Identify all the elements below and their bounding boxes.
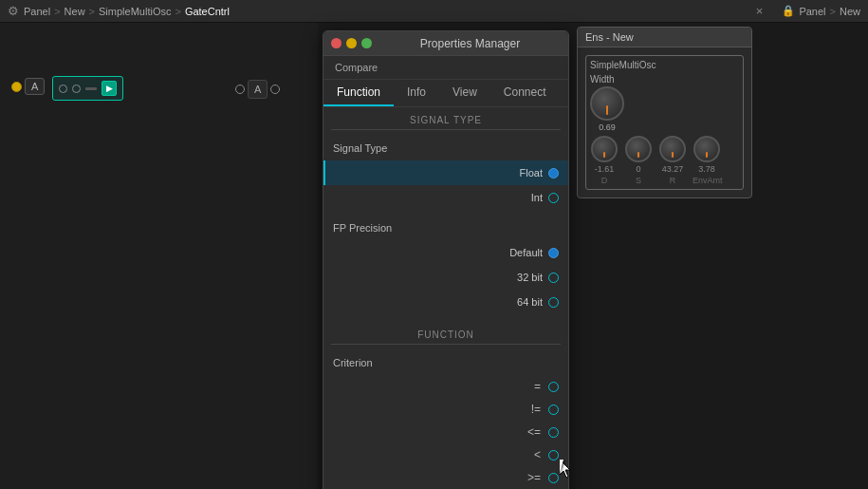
close-icon[interactable]: × <box>756 4 764 18</box>
criterion-lt-row[interactable]: < <box>323 443 568 466</box>
breadcrumb-new[interactable]: New <box>65 6 85 17</box>
gate-port-in2 <box>72 85 81 93</box>
envamt-knob-value: 3.78 <box>693 164 721 174</box>
signal-int-row[interactable]: Int <box>323 185 568 210</box>
criterion-gte-row[interactable]: >= <box>323 466 568 489</box>
width-knob-circle[interactable] <box>590 86 624 121</box>
canvas-area: A ▶ A <box>0 23 318 489</box>
gate-output-btn[interactable]: ▶ <box>102 81 117 96</box>
d-knob[interactable]: -1.61 D <box>590 136 619 185</box>
properties-manager-panel: Properties Manager Compare Function Info… <box>323 30 569 489</box>
r-knob[interactable]: 43.27 R <box>658 136 687 185</box>
node-b-port-right <box>270 85 280 94</box>
criterion-lt-radio[interactable] <box>548 450 559 461</box>
panel-icon: ⚙ <box>8 4 19 18</box>
fp-32bit-radio[interactable] <box>548 273 559 283</box>
criterion-lte-op: <= <box>342 425 541 439</box>
criterion-neq-row[interactable]: != <box>323 398 568 421</box>
s-knob-circle[interactable] <box>625 136 652 162</box>
compare-button[interactable]: Compare <box>331 60 381 75</box>
fp-64bit-label: 64 bit <box>517 296 543 308</box>
width-knob-value: 0.69 <box>599 122 616 132</box>
breadcrumb-simpleosc[interactable]: SimpleMultiOsc <box>99 6 171 17</box>
criterion-neq-radio[interactable] <box>548 404 559 415</box>
ens-titlebar: Ens - New <box>578 28 751 47</box>
criterion-gte-op: >= <box>342 471 541 484</box>
r-knob-indicator <box>672 152 674 158</box>
fp-32bit-label: 32 bit <box>517 272 543 283</box>
fp-32bit-row[interactable]: 32 bit <box>323 265 568 290</box>
tab-view[interactable]: View <box>439 80 490 106</box>
signal-int-radio[interactable] <box>548 193 559 203</box>
criterion-gte-radio[interactable] <box>548 473 559 483</box>
tab-function[interactable]: Function <box>323 80 394 106</box>
signal-type-divider <box>331 129 561 130</box>
node-a[interactable]: A <box>11 78 45 95</box>
s-knob-value: 0 <box>624 164 653 174</box>
fp-precision-row: FP Precision <box>323 216 568 240</box>
gate-slider-track <box>85 87 97 90</box>
node-b[interactable]: A <box>235 80 280 99</box>
gate-port-in <box>59 85 67 93</box>
d-knob-value: -1.61 <box>590 164 619 174</box>
node-b-label: A <box>254 84 261 95</box>
function-divider <box>331 344 561 345</box>
criterion-eq-row[interactable]: = <box>323 375 568 398</box>
node-a-port-left <box>11 82 22 92</box>
close-traffic-light[interactable] <box>331 38 342 48</box>
bottom-knobs-row: -1.61 D 0 S 43.27 R <box>590 136 739 185</box>
fp-default-radio[interactable] <box>548 248 559 258</box>
second-panel-label: Panel <box>799 6 825 17</box>
r-knob-circle[interactable] <box>659 136 686 162</box>
signal-float-row[interactable]: Float <box>323 160 568 185</box>
signal-float-radio[interactable] <box>548 168 559 179</box>
function-header: FUNCTION <box>323 322 568 344</box>
node-a-box[interactable]: A <box>25 78 45 95</box>
gate-node[interactable]: ▶ <box>52 76 123 101</box>
criterion-label: Criterion <box>333 357 559 368</box>
envamt-knob-circle[interactable] <box>693 136 720 162</box>
sep1: > <box>54 6 60 17</box>
fp-default-label: Default <box>509 247 543 258</box>
r-knob-value: 43.27 <box>658 164 687 174</box>
tab-connect[interactable]: Connect <box>490 80 560 106</box>
ens-content: SimpleMultiOsc Width 0.69 <box>578 47 751 197</box>
d-knob-indicator <box>603 152 605 158</box>
envamt-knob[interactable]: 3.78 EnvAmt <box>693 136 721 185</box>
signal-type-header: SIGNAL TYPE <box>323 107 568 129</box>
props-tabs: Function Info View Connect <box>323 80 568 107</box>
breadcrumb-gatecntrl[interactable]: GateCntrl <box>185 6 230 17</box>
node-b-box[interactable]: A <box>248 80 268 99</box>
gate-box[interactable]: ▶ <box>52 76 123 101</box>
top-bar: ⚙ Panel > New > SimpleMultiOsc > GateCnt… <box>0 0 868 23</box>
signal-int-label: Int <box>531 192 543 203</box>
node-b-port-left <box>235 85 245 94</box>
s-knob-indicator <box>637 152 639 158</box>
fp-64bit-row[interactable]: 64 bit <box>323 290 568 314</box>
minimize-traffic-light[interactable] <box>346 38 357 48</box>
fp-default-row[interactable]: Default <box>323 240 568 265</box>
envamt-knob-label: EnvAmt <box>693 176 721 185</box>
width-knob[interactable]: 0.69 <box>590 86 624 132</box>
props-title: Properties Manager <box>379 37 561 50</box>
sep3: > <box>175 6 180 17</box>
ens-panel: Ens - New SimpleMultiOsc Width 0.69 <box>577 27 752 198</box>
node-a-label: A <box>31 81 38 92</box>
d-knob-label: D <box>590 176 619 185</box>
tab-info[interactable]: Info <box>394 80 439 106</box>
breadcrumb-panel[interactable]: Panel <box>24 6 50 17</box>
signal-type-label-row: Signal Type <box>323 136 568 160</box>
maximize-traffic-light[interactable] <box>361 38 372 48</box>
criterion-lte-row[interactable]: <= <box>323 421 568 443</box>
ens-module-title: SimpleMultiOsc <box>590 60 739 70</box>
ens-width-label: Width <box>590 74 739 85</box>
criterion-eq-radio[interactable] <box>548 382 559 392</box>
traffic-lights <box>331 38 372 48</box>
criterion-lte-radio[interactable] <box>548 427 559 438</box>
envamt-knob-indicator <box>706 152 708 158</box>
d-knob-circle[interactable] <box>591 136 618 162</box>
criterion-lt-op: < <box>342 448 541 461</box>
s-knob[interactable]: 0 S <box>624 136 653 185</box>
fp-64bit-radio[interactable] <box>548 297 559 308</box>
breadcrumb: Panel > New > SimpleMultiOsc > GateCntrl <box>24 6 230 17</box>
